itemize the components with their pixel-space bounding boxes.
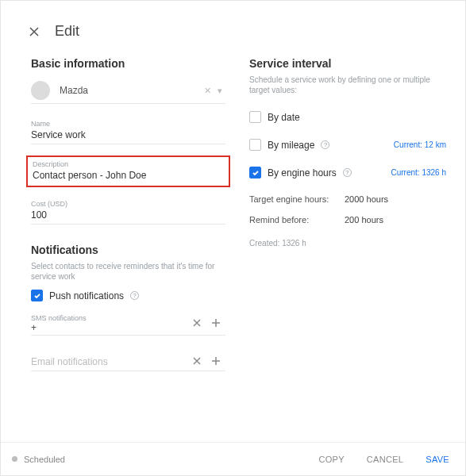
avatar — [31, 81, 50, 100]
email-notifications-row: Email notifications — [31, 355, 225, 371]
help-icon[interactable]: ? — [130, 291, 139, 300]
status-label: Scheduled — [24, 455, 65, 464]
email-input[interactable]: Email notifications — [31, 356, 187, 367]
cost-label: Cost (USD) — [31, 200, 225, 208]
cancel-button[interactable]: CANCEL — [367, 455, 403, 464]
sms-notifications-row: SMS notifications + — [31, 314, 225, 336]
close-icon[interactable] — [28, 25, 40, 38]
description-field[interactable]: Description Contact person - John Doe — [26, 155, 230, 187]
save-button[interactable]: SAVE — [426, 455, 449, 464]
by-mileage-checkbox[interactable] — [249, 139, 261, 151]
mileage-current[interactable]: Current: 12 km — [394, 140, 446, 149]
by-mileage-row: By mileage ? Current: 12 km — [249, 139, 446, 151]
notifications-subtitle: Select contacts to receive reminders tha… — [31, 261, 225, 282]
by-date-row: By date — [249, 111, 446, 123]
help-icon[interactable]: ? — [343, 168, 352, 177]
engine-current[interactable]: Current: 1326 h — [391, 168, 447, 177]
page-title: Edit — [55, 23, 79, 40]
by-mileage-label: By mileage — [268, 140, 314, 151]
status-dot — [12, 456, 17, 462]
sms-value: + — [31, 322, 187, 333]
target-engine-hours-row: Target engine hours: 2000 hours — [249, 194, 446, 204]
by-date-label: By date — [268, 112, 300, 123]
notifications-heading: Notifications — [31, 244, 225, 256]
created-text: Created: 1326 h — [249, 239, 446, 248]
sms-label: SMS notifications — [31, 314, 187, 322]
by-engine-label: By engine hours — [268, 167, 337, 178]
remove-icon[interactable] — [187, 355, 206, 369]
copy-button[interactable]: COPY — [318, 455, 344, 464]
chevron-down-icon[interactable]: ▾ — [214, 86, 225, 96]
name-field[interactable]: Name Service work — [31, 118, 225, 144]
basic-info-heading: Basic information — [31, 57, 225, 70]
cost-field[interactable]: Cost (USD) 100 — [31, 198, 225, 225]
push-checkbox[interactable] — [31, 290, 43, 301]
footer: Scheduled COPY CANCEL SAVE — [1, 442, 465, 475]
email-placeholder: Email notifications — [31, 356, 187, 367]
service-interval-subtitle: Schedule a service work by defining one … — [249, 75, 446, 95]
target-label: Target engine hours: — [249, 194, 345, 204]
remind-label: Remind before: — [249, 215, 345, 225]
add-icon[interactable] — [206, 355, 225, 369]
vehicle-selector[interactable]: Mazda ✕ ▾ — [31, 81, 225, 104]
remove-icon[interactable] — [187, 317, 206, 331]
remind-value[interactable]: 200 hours — [345, 215, 383, 225]
name-label: Name — [31, 120, 225, 128]
remind-before-row: Remind before: 200 hours — [249, 215, 446, 225]
sms-input[interactable]: SMS notifications + — [31, 314, 187, 333]
target-value[interactable]: 2000 hours — [345, 194, 388, 204]
push-notifications-row[interactable]: Push notifications ? — [31, 290, 225, 301]
help-icon[interactable]: ? — [321, 140, 329, 149]
clear-icon[interactable]: ✕ — [201, 86, 214, 96]
by-date-checkbox[interactable] — [249, 111, 261, 123]
add-icon[interactable] — [206, 317, 225, 331]
push-label: Push notifications — [49, 290, 124, 301]
description-value: Contact person - John Doe — [33, 170, 224, 181]
by-engine-hours-row: By engine hours ? Current: 1326 h — [249, 167, 446, 178]
cost-value: 100 — [31, 209, 225, 221]
by-engine-checkbox[interactable] — [249, 167, 261, 178]
name-value: Service work — [31, 129, 225, 140]
vehicle-name: Mazda — [60, 85, 201, 96]
description-label: Description — [33, 160, 224, 168]
service-interval-heading: Service interval — [249, 57, 446, 70]
